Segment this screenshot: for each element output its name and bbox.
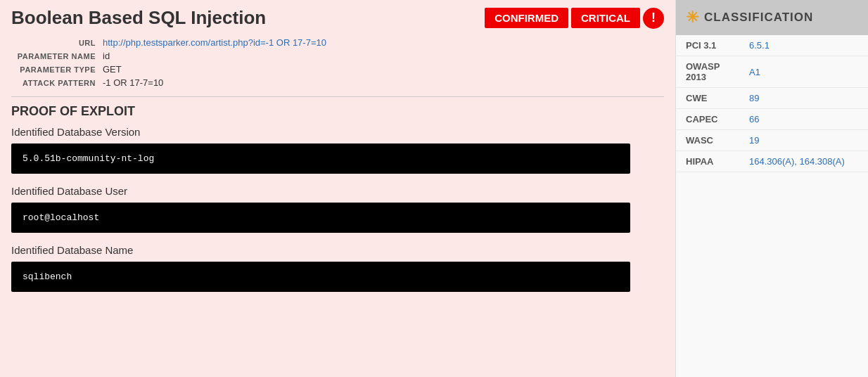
classification-key: WASC <box>676 130 739 151</box>
classification-row: CWE89 <box>676 88 868 109</box>
header-row: Boolean Based SQL Injection CONFIRMED CR… <box>11 7 664 29</box>
classification-key: PCI 3.1 <box>676 35 739 56</box>
classification-row: PCI 3.16.5.1 <box>676 35 868 56</box>
classification-value[interactable]: 164.306(A), 164.308(A) <box>739 151 868 172</box>
classification-title: CLASSIFICATION <box>704 11 813 25</box>
info-table: URL http://php.testsparker.com/artist.ph… <box>11 37 664 88</box>
attack-pattern-label: ATTACK PATTERN <box>11 79 103 87</box>
sidebar: ✳ CLASSIFICATION PCI 3.16.5.1OWASP 2013A… <box>675 0 868 377</box>
main-content: Boolean Based SQL Injection CONFIRMED CR… <box>0 0 675 377</box>
critical-badge: CRITICAL <box>571 8 640 28</box>
db-name-label: Identified Database Name <box>11 244 664 256</box>
classification-value[interactable]: 19 <box>739 130 868 151</box>
param-name-value: id <box>103 51 110 61</box>
alert-icon: ! <box>643 8 664 29</box>
db-version-value: 5.0.51b-community-nt-log <box>11 143 630 174</box>
classification-table: PCI 3.16.5.1OWASP 2013A1CWE89CAPEC66WASC… <box>676 35 868 172</box>
classification-row: OWASP 2013A1 <box>676 56 868 88</box>
param-type-row: PARAMETER TYPE GET <box>11 64 664 75</box>
db-user-label: Identified Database User <box>11 185 664 197</box>
db-name-value: sqlibench <box>11 262 630 292</box>
classification-row: CAPEC66 <box>676 109 868 130</box>
classification-value[interactable]: 66 <box>739 109 868 130</box>
classification-value[interactable]: 89 <box>739 88 868 109</box>
attack-pattern-value: -1 OR 17-7=10 <box>103 77 163 88</box>
badge-row: CONFIRMED CRITICAL ! <box>485 8 664 29</box>
classification-row: HIPAA164.306(A), 164.308(A) <box>676 151 868 172</box>
db-version-label: Identified Database Version <box>11 126 664 138</box>
classification-link[interactable]: 6.5.1 <box>749 40 770 51</box>
url-label: URL <box>11 39 103 47</box>
proof-heading: PROOF OF EXPLOIT <box>11 104 664 119</box>
classification-key: HIPAA <box>676 151 739 172</box>
url-link[interactable]: http://php.testsparker.com/artist.php?id… <box>103 37 326 48</box>
classification-value[interactable]: A1 <box>739 56 868 88</box>
confirmed-badge: CONFIRMED <box>485 8 568 28</box>
classification-link[interactable]: 89 <box>749 93 759 103</box>
db-user-value: root@localhost <box>11 203 630 233</box>
page-title: Boolean Based SQL Injection <box>11 7 266 29</box>
param-type-label: PARAMETER TYPE <box>11 65 103 74</box>
section-divider <box>11 96 664 97</box>
page-wrapper: Boolean Based SQL Injection CONFIRMED CR… <box>0 0 868 377</box>
classification-key: OWASP 2013 <box>676 56 739 88</box>
classification-header: ✳ CLASSIFICATION <box>676 0 868 35</box>
classification-key: CWE <box>676 88 739 109</box>
classification-link[interactable]: 66 <box>749 114 759 124</box>
classification-link[interactable]: 164.306(A), 164.308(A) <box>749 156 845 167</box>
url-row: URL http://php.testsparker.com/artist.ph… <box>11 37 664 48</box>
param-name-row: PARAMETER NAME id <box>11 51 664 61</box>
param-name-label: PARAMETER NAME <box>11 52 103 60</box>
param-type-value: GET <box>103 64 122 75</box>
classification-value[interactable]: 6.5.1 <box>739 35 868 56</box>
classification-link[interactable]: A1 <box>749 67 760 77</box>
attack-pattern-row: ATTACK PATTERN -1 OR 17-7=10 <box>11 77 664 88</box>
classification-row: WASC19 <box>676 130 868 151</box>
asterisk-icon: ✳ <box>686 8 698 27</box>
classification-link[interactable]: 19 <box>749 135 759 146</box>
classification-key: CAPEC <box>676 109 739 130</box>
